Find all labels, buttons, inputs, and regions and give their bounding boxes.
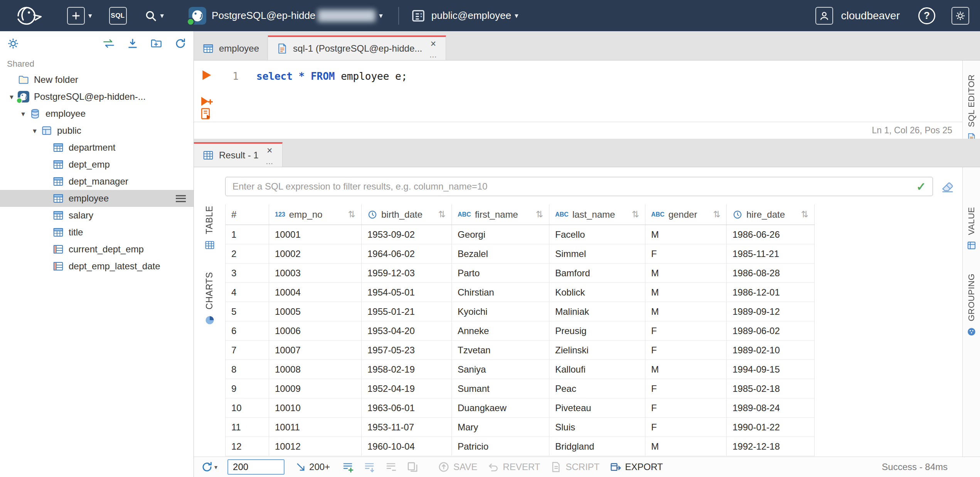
table-cell[interactable]: F — [645, 321, 727, 340]
sort-icon[interactable]: ⇅ — [796, 209, 808, 220]
table-cell[interactable]: 10011 — [269, 418, 362, 437]
table-cell[interactable]: 1986-08-28 — [727, 264, 815, 282]
vtab-value[interactable]: VALUE — [963, 207, 980, 250]
table-cell[interactable]: 1959-12-03 — [362, 264, 452, 282]
table-cell[interactable]: 1958-02-19 — [362, 360, 452, 379]
sort-icon[interactable]: ⇅ — [709, 209, 721, 220]
row-number-cell[interactable]: 5 — [226, 302, 269, 321]
table-cell[interactable]: Tzvetan — [452, 341, 549, 359]
tab-sql-1[interactable]: sql-1 (PostgreSQL@ep-hidde... × … — [268, 35, 446, 60]
table-cell[interactable]: Kyoichi — [452, 302, 549, 321]
table-row[interactable]: 11100111953-11-07MarySluisF1990-01-22 — [226, 418, 815, 437]
table-cell[interactable]: Bamford — [549, 264, 645, 282]
column-header-gender[interactable]: ABCgender⇅ — [645, 204, 727, 225]
table-cell[interactable]: 1986-12-01 — [727, 283, 815, 302]
table-row[interactable]: 12100121960-10-04PatricioBridglandM1992-… — [226, 437, 815, 456]
table-cell[interactable]: 10004 — [269, 283, 362, 302]
table-cell[interactable]: 1989-06-02 — [727, 321, 815, 340]
clear-filter-eraser-icon[interactable] — [941, 180, 955, 193]
row-number-cell[interactable]: 7 — [226, 341, 269, 359]
table-cell[interactable]: 1990-01-22 — [727, 418, 815, 437]
row-number-cell[interactable]: 4 — [226, 283, 269, 302]
table-cell[interactable]: Facello — [549, 225, 645, 244]
table-cell[interactable]: M — [645, 360, 727, 379]
user-button[interactable] — [815, 7, 833, 25]
search-button[interactable]: ▾ — [145, 10, 164, 22]
tree-item-employee[interactable]: employee — [0, 190, 194, 207]
column-header-birth_date[interactable]: birth_date⇅ — [362, 204, 452, 225]
table-row[interactable]: 6100061953-04-20AnnekePreusigF1989-06-02 — [226, 321, 815, 341]
table-cell[interactable]: Bridgland — [549, 437, 645, 456]
table-cell[interactable]: M — [645, 302, 727, 321]
tab-employee[interactable]: employee — [194, 35, 268, 60]
table-cell[interactable]: Anneke — [452, 321, 549, 340]
table-cell[interactable]: Saniya — [452, 360, 549, 379]
tab-menu-icon[interactable]: … — [266, 158, 274, 165]
chevron-down-icon[interactable]: ▾ — [515, 11, 519, 20]
row-number-cell[interactable]: 8 — [226, 360, 269, 379]
save-button[interactable]: SAVE — [438, 461, 477, 473]
connection-selector[interactable]: PostgreSQL@ep-hidde ▾ — [189, 7, 383, 25]
table-cell[interactable]: 10003 — [269, 264, 362, 282]
table-cell[interactable]: Duangkaew — [452, 398, 549, 417]
close-icon[interactable]: × — [267, 146, 273, 155]
table-cell[interactable]: Chirstian — [452, 283, 549, 302]
vtab-charts[interactable]: CHARTS — [194, 272, 225, 326]
close-icon[interactable]: × — [430, 39, 436, 49]
sidebar-settings-gear-icon[interactable] — [7, 37, 19, 50]
schema-selector[interactable]: public@employee ▾ — [411, 8, 519, 24]
chevron-down-icon[interactable]: ▾ — [88, 11, 92, 20]
table-cell[interactable]: 1960-10-04 — [362, 437, 452, 456]
table-cell[interactable]: 1954-05-01 — [362, 283, 452, 302]
refresh-tree-icon[interactable] — [174, 37, 187, 50]
sql-code[interactable]: select * FROM employee e; — [239, 60, 407, 122]
tab-result-1[interactable]: Result - 1 × … — [194, 142, 283, 167]
table-cell[interactable]: M — [645, 283, 727, 302]
table-cell[interactable]: M — [645, 437, 727, 456]
table-cell[interactable]: 1992-12-18 — [727, 437, 815, 456]
vtab-grouping[interactable]: GROUPING — [963, 274, 980, 337]
row-number-cell[interactable]: 11 — [226, 418, 269, 437]
table-cell[interactable]: Bezalel — [452, 244, 549, 263]
tab-menu-icon[interactable]: … — [429, 51, 437, 59]
table-cell[interactable]: 10002 — [269, 244, 362, 263]
tree-item-new-folder[interactable]: New folder — [0, 71, 194, 88]
vtab-table[interactable]: TABLE — [194, 206, 225, 250]
table-cell[interactable]: Kalloufi — [549, 360, 645, 379]
table-cell[interactable]: F — [645, 418, 727, 437]
sql-editor[interactable]: 1 select * FROM employee e; — [194, 60, 962, 122]
execute-query-button[interactable] — [199, 68, 213, 82]
table-cell[interactable]: 10008 — [269, 360, 362, 379]
tree-item-current-dept-emp[interactable]: current_dept_emp — [0, 241, 194, 258]
table-cell[interactable]: 10006 — [269, 321, 362, 340]
table-cell[interactable]: 1985-02-18 — [727, 379, 815, 398]
table-row[interactable]: 5100051955-01-21KyoichiMaliniakM1989-09-… — [226, 302, 815, 321]
table-cell[interactable]: Simmel — [549, 244, 645, 263]
tree-item-dept-emp-latest-date[interactable]: dept_emp_latest_date — [0, 258, 194, 275]
table-cell[interactable]: 1985-11-21 — [727, 244, 815, 263]
apply-row-icon[interactable] — [363, 461, 375, 473]
new-sql-editor-button[interactable]: SQL — [109, 7, 127, 25]
table-cell[interactable]: 1989-08-24 — [727, 398, 815, 417]
table-cell[interactable]: Parto — [452, 264, 549, 282]
sort-icon[interactable]: ⇅ — [627, 209, 639, 220]
refresh-results-button[interactable]: ▾ — [201, 461, 217, 473]
column-header-first_name[interactable]: ABCfirst_name⇅ — [452, 204, 549, 225]
table-cell[interactable]: 10005 — [269, 302, 362, 321]
tree-item-dept-manager[interactable]: dept_manager — [0, 173, 194, 190]
table-cell[interactable]: Koblick — [549, 283, 645, 302]
fetch-size-input[interactable] — [227, 459, 285, 475]
table-cell[interactable]: Patricio — [452, 437, 549, 456]
table-cell[interactable]: Zielinski — [549, 341, 645, 359]
row-number-cell[interactable]: 9 — [226, 379, 269, 398]
table-cell[interactable]: 1955-01-21 — [362, 302, 452, 321]
delete-row-icon[interactable] — [385, 461, 397, 473]
table-cell[interactable]: 1953-09-02 — [362, 225, 452, 244]
export-button[interactable]: EXPORT — [610, 461, 663, 473]
table-row[interactable]: 2100021964-06-02BezalelSimmelF1985-11-21 — [226, 244, 815, 264]
sort-icon[interactable]: ⇅ — [531, 209, 543, 220]
sync-connection-icon[interactable] — [103, 37, 115, 50]
table-cell[interactable]: 10007 — [269, 341, 362, 359]
tree-item-public[interactable]: ▾public — [0, 122, 194, 139]
table-cell[interactable]: Mary — [452, 418, 549, 437]
